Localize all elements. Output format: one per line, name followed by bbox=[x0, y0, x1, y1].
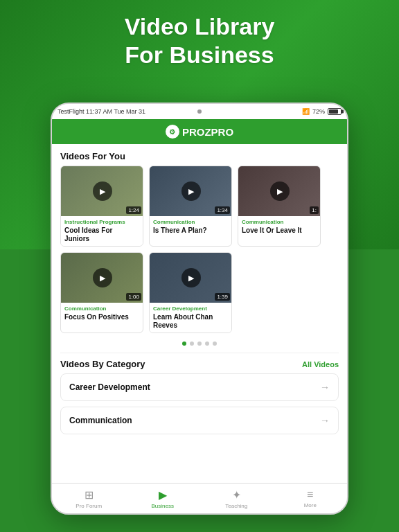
video-duration-4: 1:00 bbox=[126, 293, 141, 301]
video-duration-2: 1:34 bbox=[215, 206, 230, 214]
play-button-3[interactable]: ▶ bbox=[270, 181, 290, 201]
tab-label-business: Business bbox=[152, 503, 174, 509]
arrow-icon-1: → bbox=[320, 382, 330, 393]
category-title: Videos By Category bbox=[60, 359, 145, 369]
video-category-2: Communication bbox=[153, 219, 228, 225]
hero-title-line1: Video Library bbox=[125, 13, 275, 39]
video-card-4[interactable]: ▶ 1:00 Communication Focus On Positives bbox=[60, 252, 143, 333]
status-time: TestFlight 11:37 AM Tue Mar 31 bbox=[57, 108, 145, 115]
video-thumb-3: ▶ 1: bbox=[238, 166, 321, 216]
teaching-icon: ✦ bbox=[232, 488, 241, 502]
video-card-3[interactable]: ▶ 1: Communication Love It Or Leave It bbox=[238, 166, 321, 247]
dot-5[interactable] bbox=[213, 342, 217, 346]
video-info-2: Communication Is There A Plan? bbox=[150, 216, 231, 238]
category-item-1[interactable]: Career Development → bbox=[60, 373, 339, 401]
tab-label-teaching: Teaching bbox=[225, 503, 247, 509]
play-button-1[interactable]: ▶ bbox=[93, 181, 112, 201]
dot-2[interactable] bbox=[190, 342, 194, 346]
video-category-5: Career Development bbox=[153, 305, 228, 312]
video-duration-5: 1:39 bbox=[215, 293, 230, 301]
tab-pro-forum[interactable]: ⊞ Pro Forum bbox=[52, 484, 126, 513]
tab-business[interactable]: ▶ Business bbox=[126, 484, 200, 513]
logo-text: PROZPRO bbox=[182, 126, 233, 138]
device-frame: TestFlight 11:37 AM Tue Mar 31 📶 72% ⚙ P… bbox=[51, 103, 348, 515]
app-content: Videos For You ▶ 1:24 Instructional Prog… bbox=[52, 144, 347, 486]
category-item-2[interactable]: Communication → bbox=[60, 407, 339, 434]
video-grid-row2: ▶ 1:00 Communication Focus On Positives … bbox=[52, 252, 347, 339]
video-duration-3: 1: bbox=[310, 206, 319, 214]
play-button-2[interactable]: ▶ bbox=[181, 181, 201, 201]
video-title-5: Learn About Chan Reeves bbox=[153, 313, 228, 330]
dot-3[interactable] bbox=[197, 342, 202, 346]
pro-forum-icon: ⊞ bbox=[85, 488, 94, 502]
pagination-dots bbox=[52, 339, 347, 353]
video-grid-row1: ▶ 1:24 Instructional Programs Cool Ideas… bbox=[52, 166, 347, 252]
video-thumb-2: ▶ 1:34 bbox=[150, 166, 232, 216]
tab-more[interactable]: ≡ More bbox=[274, 484, 348, 513]
video-card-1[interactable]: ▶ 1:24 Instructional Programs Cool Ideas… bbox=[60, 166, 143, 247]
video-duration-1: 1:24 bbox=[126, 206, 141, 214]
tab-bar: ⊞ Pro Forum ▶ Business ✦ Teaching ≡ More bbox=[52, 483, 347, 513]
video-info-4: Communication Focus On Positives bbox=[61, 303, 143, 324]
battery-icon bbox=[328, 108, 342, 115]
hero-title-line2: For Business bbox=[125, 42, 274, 68]
tab-teaching[interactable]: ✦ Teaching bbox=[200, 484, 274, 513]
app-header: ⚙ PROZPRO bbox=[52, 119, 347, 144]
tab-label-more: More bbox=[304, 502, 317, 508]
logo-icon: ⚙ bbox=[166, 125, 179, 139]
video-category-3: Communication bbox=[242, 219, 317, 225]
logo-symbol: ⚙ bbox=[169, 128, 175, 136]
video-title-4: Focus On Positives bbox=[64, 313, 139, 321]
dot-4[interactable] bbox=[205, 342, 209, 346]
app-logo: ⚙ PROZPRO bbox=[166, 125, 233, 139]
category-section-header: Videos By Category All Videos bbox=[52, 353, 347, 373]
video-thumb-1: ▶ 1:24 bbox=[61, 166, 143, 216]
video-category-1: Instructional Programs bbox=[64, 219, 139, 225]
battery-percent: 72% bbox=[312, 108, 325, 115]
video-thumb-5: ▶ 1:39 bbox=[150, 253, 232, 303]
status-right: 📶 72% bbox=[302, 108, 342, 115]
business-icon: ▶ bbox=[159, 488, 167, 502]
video-title-2: Is There A Plan? bbox=[153, 227, 228, 235]
play-button-4[interactable]: ▶ bbox=[93, 268, 112, 287]
more-icon: ≡ bbox=[307, 488, 313, 501]
all-videos-link[interactable]: All Videos bbox=[302, 360, 339, 369]
video-card-5[interactable]: ▶ 1:39 Career Development Learn About Ch… bbox=[149, 252, 232, 333]
hero-title: Video Library For Business bbox=[0, 12, 399, 69]
tab-label-pro-forum: Pro Forum bbox=[76, 503, 102, 509]
play-button-5[interactable]: ▶ bbox=[181, 268, 201, 287]
video-title-1: Cool Ideas For Juniors bbox=[64, 227, 139, 243]
video-info-3: Communication Love It Or Leave It bbox=[238, 216, 320, 238]
video-info-1: Instructional Programs Cool Ideas For Ju… bbox=[61, 216, 143, 246]
videos-for-you-header: Videos For You bbox=[52, 144, 347, 166]
arrow-icon-2: → bbox=[320, 415, 330, 426]
video-info-5: Career Development Learn About Chan Reev… bbox=[150, 303, 231, 332]
wifi-icon: 📶 bbox=[302, 108, 310, 115]
device-camera bbox=[197, 109, 202, 114]
category-item-label-2: Communication bbox=[69, 416, 132, 425]
dot-1[interactable] bbox=[182, 342, 186, 346]
category-item-label-1: Career Development bbox=[69, 382, 150, 392]
video-thumb-4: ▶ 1:00 bbox=[61, 253, 143, 303]
video-title-3: Love It Or Leave It bbox=[242, 227, 317, 235]
video-category-4: Communication bbox=[64, 305, 139, 312]
video-card-2[interactable]: ▶ 1:34 Communication Is There A Plan? bbox=[149, 166, 232, 247]
